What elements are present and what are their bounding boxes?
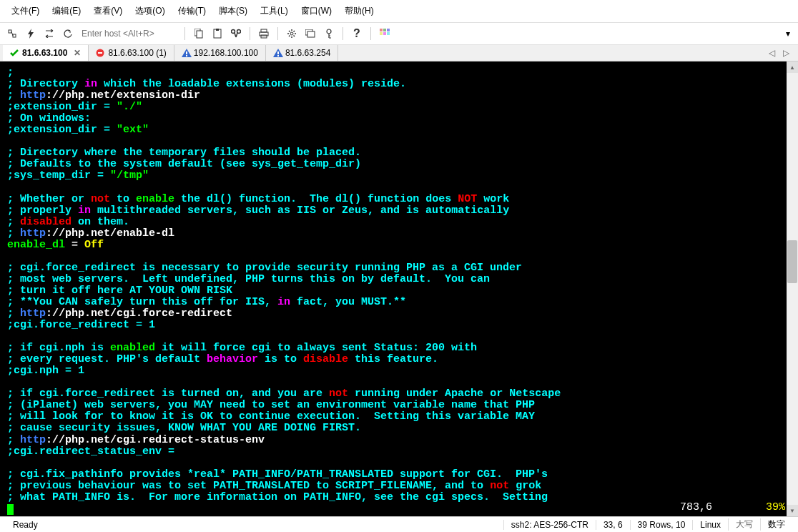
connect-icon[interactable] [4, 26, 20, 41]
status-size: 39 Rows, 10 [630, 520, 693, 530]
tab-prev[interactable]: ◁ [765, 46, 778, 59]
paste-icon[interactable] [210, 26, 225, 41]
tab-label: 81.6.63.100 [22, 48, 67, 58]
menu-script[interactable]: 脚本(S) [213, 3, 253, 19]
reconnect-icon[interactable] [41, 26, 57, 41]
svg-rect-23 [186, 51, 187, 54]
svg-rect-5 [216, 29, 219, 31]
settings-icon[interactable] [284, 26, 300, 41]
session-tab[interactable]: 81.6.63.254 [266, 45, 338, 61]
key-icon[interactable] [321, 26, 337, 41]
quick-connect-icon[interactable] [23, 26, 39, 41]
copy-icon[interactable] [191, 26, 207, 41]
vim-percent: 39% [766, 502, 785, 513]
svg-rect-16 [383, 29, 386, 31]
svg-rect-26 [277, 55, 279, 56]
scroll-thumb[interactable] [787, 240, 797, 283]
svg-point-14 [327, 29, 331, 34]
svg-rect-18 [380, 32, 383, 35]
vim-position: 783,6 [680, 502, 712, 513]
svg-rect-1 [13, 34, 16, 37]
tab-label: 81.6.63.100 (1) [108, 48, 166, 58]
statusbar: Ready ssh2: AES-256-CTR 33, 6 39 Rows, 1… [0, 516, 798, 532]
svg-rect-0 [9, 30, 11, 33]
menu-window[interactable]: 窗口(W) [295, 3, 338, 19]
svg-rect-15 [380, 29, 383, 31]
tab-label: 192.168.100.100 [194, 48, 258, 58]
status-cursor-pos: 33, 6 [596, 520, 630, 530]
status-num: 数字 [760, 518, 792, 531]
svg-rect-17 [387, 29, 390, 31]
tab-label: 81.6.63.254 [285, 48, 330, 58]
menu-edit[interactable]: 编辑(E) [46, 3, 87, 19]
svg-rect-3 [197, 31, 202, 38]
check-icon [10, 49, 19, 57]
scroll-down[interactable]: ▼ [787, 505, 798, 516]
separator [250, 27, 250, 40]
print-icon[interactable] [256, 26, 272, 41]
separator [184, 27, 185, 40]
separator [343, 27, 343, 40]
svg-rect-24 [186, 55, 187, 56]
svg-rect-13 [307, 31, 315, 37]
terminal[interactable]: ; ; Directory in which the loadable exte… [0, 61, 798, 516]
host-input[interactable] [79, 27, 179, 40]
find-icon[interactable] [228, 26, 244, 41]
menu-help[interactable]: 帮助(H) [339, 3, 380, 19]
stop-icon [96, 49, 104, 57]
scroll-up[interactable]: ▲ [787, 61, 798, 73]
scrollbar[interactable]: ▲ ▼ [787, 61, 798, 516]
status-ready: Ready [6, 520, 45, 530]
svg-point-6 [232, 30, 235, 34]
sessions-icon[interactable] [302, 26, 318, 41]
menu-tools[interactable]: 工具(L) [255, 3, 294, 19]
separator [277, 27, 278, 40]
status-caps: 大写 [728, 518, 760, 531]
session-tab[interactable]: 192.168.100.100 [174, 45, 266, 61]
help-icon[interactable]: ? [349, 26, 365, 41]
disconnect-icon[interactable] [60, 26, 76, 41]
toolbar-overflow[interactable]: ▾ [782, 26, 794, 41]
separator [370, 27, 371, 40]
svg-point-7 [237, 30, 241, 34]
session-tab[interactable]: 81.6.63.100 (1) [89, 45, 174, 61]
status-connection: ssh2: AES-256-CTR [503, 520, 596, 530]
status-os: Linux [692, 520, 728, 530]
warning-icon [182, 49, 190, 57]
svg-point-11 [290, 32, 293, 35]
tabbar: 81.6.63.100✕81.6.63.100 (1)192.168.100.1… [0, 45, 798, 61]
svg-rect-8 [261, 29, 267, 32]
svg-rect-22 [98, 52, 102, 54]
tab-next[interactable]: ▷ [779, 46, 792, 59]
menu-options[interactable]: 选项(O) [129, 3, 170, 19]
svg-rect-19 [383, 32, 386, 35]
tab-close[interactable]: ✕ [74, 48, 81, 58]
session-tab[interactable]: 81.6.63.100✕ [3, 45, 89, 61]
svg-rect-20 [387, 32, 390, 35]
menu-transfer[interactable]: 传输(T) [172, 3, 212, 19]
toolbar: ? ▾ [0, 23, 798, 45]
warning-icon [273, 49, 282, 57]
menu-view[interactable]: 查看(V) [88, 3, 128, 19]
svg-rect-25 [277, 51, 279, 54]
menubar: 文件(F) 编辑(E) 查看(V) 选项(O) 传输(T) 脚本(S) 工具(L… [0, 0, 798, 23]
grid-icon[interactable] [377, 26, 393, 41]
menu-file[interactable]: 文件(F) [6, 3, 45, 19]
